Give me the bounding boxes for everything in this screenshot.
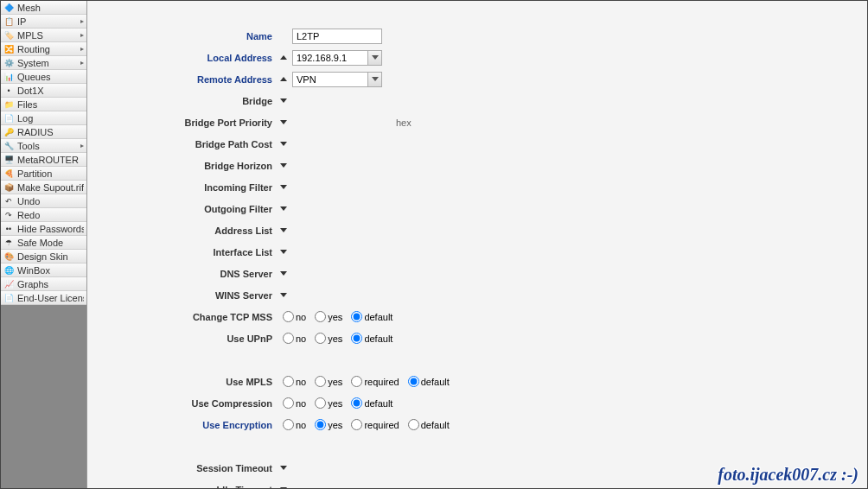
sidebar-item-safe-mode[interactable]: ☂Safe Mode <box>1 236 86 250</box>
menu-icon: 🔧 <box>3 141 14 151</box>
expand-icon[interactable] <box>280 466 287 470</box>
radio-use-compression-yes[interactable]: yes <box>315 397 342 409</box>
sidebar-item-radius[interactable]: 🔑RADIUS <box>1 125 86 139</box>
collapse-icon[interactable] <box>280 77 287 81</box>
sidebar-item-files[interactable]: 📁Files <box>1 98 86 111</box>
radio-group-use-encryption: noyesrequireddefault <box>283 419 450 430</box>
expand-icon[interactable] <box>280 163 287 168</box>
sidebar-item-redo[interactable]: ↷Redo <box>1 208 86 222</box>
expand-icon[interactable] <box>280 185 287 189</box>
sidebar-item-label: Redo <box>17 210 84 220</box>
menu-icon: ↶ <box>3 196 14 206</box>
dropdown-button[interactable] <box>367 51 381 65</box>
chevron-right-icon: ▸ <box>80 142 84 149</box>
expand-icon[interactable] <box>280 271 287 276</box>
label-bridge: Bridge <box>87 96 278 106</box>
menu-icon: 📊 <box>3 72 14 82</box>
label-use-encryption[interactable]: Use Encryption <box>87 420 278 430</box>
sidebar-item-routing[interactable]: 🔀Routing▸ <box>1 42 86 56</box>
expand-icon[interactable] <box>280 98 287 103</box>
chevron-right-icon: ▸ <box>80 45 84 53</box>
sidebar-item-system[interactable]: ⚙️System▸ <box>1 56 86 70</box>
sidebar-item-graphs[interactable]: 📈Graphs <box>1 277 86 291</box>
radio-use-compression-no[interactable]: no <box>283 397 306 409</box>
sidebar-item-dot1x[interactable]: •Dot1X <box>1 84 86 98</box>
sidebar-item-label: MetaROUTER <box>17 155 84 165</box>
sidebar-item-queues[interactable]: 📊Queues <box>1 70 86 84</box>
label-local-address[interactable]: Local Address <box>87 53 278 63</box>
menu-icon: ⚙️ <box>3 58 14 68</box>
sidebar-item-label: Undo <box>17 196 84 206</box>
sidebar-item-design-skin[interactable]: 🎨Design Skin <box>1 250 86 264</box>
expand-icon[interactable] <box>280 250 287 254</box>
label-dns-server: DNS Server <box>87 269 278 279</box>
radio-use-encryption-required[interactable]: required <box>351 419 399 430</box>
hint-hex: hex <box>396 117 412 128</box>
radio-use-upnp-no[interactable]: no <box>283 333 306 344</box>
sidebar-item-log[interactable]: 📄Log <box>1 111 86 125</box>
sidebar-item-partition[interactable]: 🍕Partition <box>1 167 86 181</box>
radio-use-mpls-yes[interactable]: yes <box>315 376 342 387</box>
sidebar-item-metarouter[interactable]: 🖥️MetaROUTER <box>1 153 86 167</box>
sidebar-item-end-user-license[interactable]: 📄End-User License <box>1 291 86 305</box>
expand-icon[interactable] <box>280 120 287 124</box>
menu-icon: •• <box>3 224 14 234</box>
label-name[interactable]: Name <box>87 31 278 41</box>
radio-use-mpls-required[interactable]: required <box>351 376 399 387</box>
sidebar-item-label: Queues <box>17 72 84 82</box>
select-remote-address[interactable] <box>292 72 382 87</box>
sidebar-item-winbox[interactable]: 🌐WinBox <box>1 264 86 277</box>
sidebar-item-label: Safe Mode <box>17 238 84 248</box>
sidebar-item-make-supout-rif[interactable]: 📦Make Supout.rif <box>1 181 86 194</box>
sidebar-item-label: System <box>17 58 80 68</box>
label-bridge-horizon: Bridge Horizon <box>87 161 278 171</box>
menu-icon: 📋 <box>3 16 14 27</box>
radio-use-encryption-no[interactable]: no <box>283 419 306 430</box>
sidebar-item-label: Routing <box>17 44 80 54</box>
radio-use-encryption-default[interactable]: default <box>408 419 450 430</box>
sidebar-item-label: End-User License <box>17 293 84 303</box>
sidebar-item-ip[interactable]: 📋IP▸ <box>1 15 86 29</box>
expand-icon[interactable] <box>280 206 287 211</box>
sidebar-item-undo[interactable]: ↶Undo <box>1 194 86 208</box>
menu-icon: 🖥️ <box>3 155 14 165</box>
menu-icon: • <box>3 86 14 96</box>
radio-change-tcp-mss-no[interactable]: no <box>283 311 306 322</box>
sidebar-item-label: IP <box>17 16 80 27</box>
radio-use-mpls-default[interactable]: default <box>408 376 450 387</box>
menu-icon: ↷ <box>3 210 14 220</box>
menu-icon: 📄 <box>3 293 14 303</box>
menu-icon: 📦 <box>3 182 14 193</box>
label-outgoing-filter: Outgoing Filter <box>87 204 278 214</box>
label-bridge-path-cost: Bridge Path Cost <box>87 139 278 149</box>
radio-use-compression-default[interactable]: default <box>351 397 393 409</box>
sidebar-item-tools[interactable]: 🔧Tools▸ <box>1 139 86 153</box>
sidebar-item-mesh[interactable]: 🔷Mesh <box>1 1 86 15</box>
menu-icon: 🌐 <box>3 265 14 276</box>
menu-icon: 🏷️ <box>3 30 14 41</box>
label-use-compression: Use Compression <box>87 398 278 409</box>
radio-use-upnp-default[interactable]: default <box>351 333 393 344</box>
menu-icon: 🔑 <box>3 127 14 137</box>
radio-use-encryption-yes[interactable]: yes <box>315 419 342 430</box>
sidebar-item-hide-passwords[interactable]: ••Hide Passwords <box>1 222 86 236</box>
expand-icon[interactable] <box>280 228 287 232</box>
radio-use-upnp-yes[interactable]: yes <box>315 333 342 344</box>
radio-change-tcp-mss-default[interactable]: default <box>351 311 393 322</box>
dropdown-button[interactable] <box>367 73 381 86</box>
sidebar-item-mpls[interactable]: 🏷️MPLS▸ <box>1 29 86 42</box>
input-remote-address[interactable] <box>293 73 367 86</box>
label-remote-address[interactable]: Remote Address <box>87 74 278 85</box>
radio-use-mpls-no[interactable]: no <box>283 376 306 387</box>
expand-icon[interactable] <box>280 293 287 297</box>
input-local-address[interactable] <box>293 51 367 65</box>
expand-icon[interactable] <box>280 142 287 146</box>
collapse-icon[interactable] <box>280 55 287 60</box>
radio-change-tcp-mss-yes[interactable]: yes <box>315 311 342 322</box>
label-address-list: Address List <box>87 225 278 236</box>
radio-group-change-tcp-mss: noyesdefault <box>283 311 393 322</box>
sidebar-item-label: Make Supout.rif <box>17 182 84 193</box>
expand-icon[interactable] <box>280 487 287 488</box>
select-local-address[interactable] <box>292 50 382 66</box>
input-name[interactable] <box>292 29 382 44</box>
